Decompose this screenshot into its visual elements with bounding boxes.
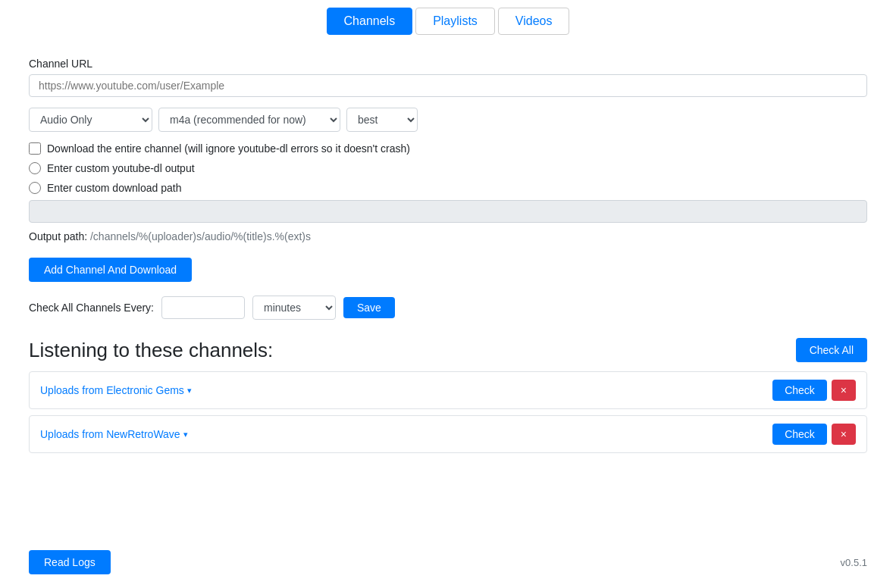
tab-videos[interactable]: Videos xyxy=(498,8,570,35)
version-text: v0.5.1 xyxy=(841,557,867,568)
custom-path-radio[interactable] xyxy=(29,182,41,194)
entire-channel-label: Download the entire channel (will ignore… xyxy=(47,142,410,155)
custom-output-radio[interactable] xyxy=(29,162,41,174)
output-path-row: Output path: /channels/%(uploader)s/audi… xyxy=(29,230,867,242)
channel-link-electronic-gems[interactable]: Uploads from Electronic Gems ▾ xyxy=(40,384,192,396)
entire-channel-row: Download the entire channel (will ignore… xyxy=(29,142,867,155)
channel-link-newretrowave[interactable]: Uploads from NewRetroWave ▾ xyxy=(40,428,188,440)
tab-playlists[interactable]: Playlists xyxy=(415,8,495,35)
check-button-newretrowave[interactable]: Check xyxy=(772,424,827,445)
output-path-label: Output path: xyxy=(29,230,87,242)
channel-item: Uploads from NewRetroWave ▾ Check × xyxy=(29,415,867,453)
listening-header: Listening to these channels: Check All xyxy=(29,338,867,362)
custom-output-row: Enter custom youtube-dl output xyxy=(29,162,867,174)
dropdown-arrow-icon: ▾ xyxy=(183,430,188,439)
dropdown-arrow-icon: ▾ xyxy=(187,386,192,396)
top-navigation: Channels Playlists Videos xyxy=(0,0,896,42)
selects-row: Audio Only Video and Audio Video Only m4… xyxy=(29,108,867,132)
remove-button-newretrowave[interactable]: × xyxy=(832,424,856,445)
channel-actions-newretrowave: Check × xyxy=(772,424,856,445)
format-select[interactable]: m4a (recommended for now) mp3 ogg mp4 xyxy=(158,108,340,132)
interval-unit-select[interactable]: minutes hours days xyxy=(252,296,336,320)
remove-button-electronic-gems[interactable]: × xyxy=(832,380,856,401)
main-content: Channel URL Audio Only Video and Audio V… xyxy=(0,42,896,474)
download-type-select[interactable]: Audio Only Video and Audio Video Only xyxy=(29,108,152,132)
custom-output-label: Enter custom youtube-dl output xyxy=(47,162,195,174)
interval-input[interactable] xyxy=(161,296,245,319)
channel-url-input[interactable] xyxy=(29,74,867,97)
read-logs-button[interactable]: Read Logs xyxy=(29,550,111,574)
check-interval-label: Check All Channels Every: xyxy=(29,302,154,314)
channel-name-newretrowave: Uploads from NewRetroWave xyxy=(40,428,180,440)
custom-path-label: Enter custom download path xyxy=(47,182,181,194)
quality-select[interactable]: best worst xyxy=(346,108,418,132)
check-interval-row: Check All Channels Every: minutes hours … xyxy=(29,296,867,320)
channel-actions-electronic-gems: Check × xyxy=(772,380,856,401)
check-all-button[interactable]: Check All xyxy=(796,338,867,362)
channel-item: Uploads from Electronic Gems ▾ Check × xyxy=(29,371,867,409)
bottom-bar: Read Logs v0.5.1 xyxy=(29,550,867,574)
tab-channels[interactable]: Channels xyxy=(327,8,413,35)
channel-name-electronic-gems: Uploads from Electronic Gems xyxy=(40,384,184,396)
entire-channel-checkbox[interactable] xyxy=(29,142,41,155)
listening-title: Listening to these channels: xyxy=(29,339,273,362)
check-button-electronic-gems[interactable]: Check xyxy=(772,380,827,401)
output-path-value: /channels/%(uploader)s/audio/%(title)s.%… xyxy=(90,230,311,242)
channel-url-label: Channel URL xyxy=(29,58,867,70)
add-channel-button[interactable]: Add Channel And Download xyxy=(29,258,192,282)
custom-path-input[interactable] xyxy=(29,200,867,223)
save-button[interactable]: Save xyxy=(343,297,395,318)
custom-path-row: Enter custom download path xyxy=(29,182,867,194)
